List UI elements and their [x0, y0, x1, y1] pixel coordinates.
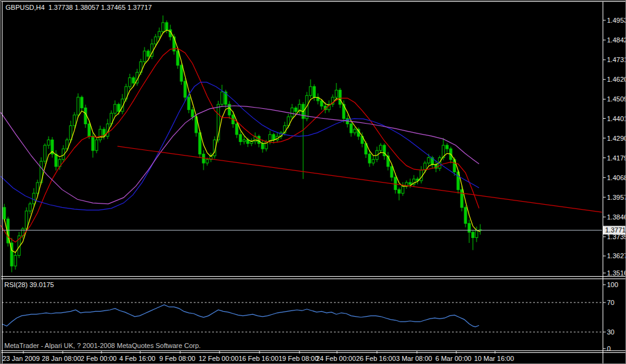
candle-body-up — [427, 157, 430, 163]
candle-body-up — [33, 193, 35, 204]
candle-body-down — [472, 232, 474, 238]
candle-body-down — [55, 154, 57, 167]
candle — [29, 202, 31, 214]
candle-body-down — [165, 23, 168, 30]
candle-body-down — [368, 154, 371, 164]
time-axis-label: 3 Mar 08:00 — [396, 355, 432, 362]
candle — [472, 230, 474, 250]
candle — [372, 156, 374, 166]
rsi-axis-label: 30 — [607, 328, 614, 336]
time-axis-label: 16 Feb 16:00 — [239, 355, 279, 362]
candle-body-up — [162, 23, 164, 32]
indicator-name: RSI(28) — [4, 281, 28, 288]
candle — [468, 220, 470, 243]
candle — [18, 232, 20, 258]
candle-body-up — [243, 140, 245, 142]
candle — [479, 224, 481, 235]
candle-body-down — [272, 135, 275, 140]
candle-body-up — [14, 255, 17, 266]
candle — [387, 152, 389, 170]
candle — [239, 132, 242, 145]
candle-body-down — [261, 143, 264, 149]
candle — [51, 137, 53, 158]
candle-body-down — [258, 136, 260, 144]
candle — [243, 136, 245, 144]
candle-body-down — [3, 207, 6, 219]
chart-title: GBPUSD,H4 1.37738 1.38057 1.37465 1.3771… — [6, 4, 152, 11]
candle-body-down — [236, 124, 238, 135]
time-axis-label: 24 Feb 00:00 — [316, 355, 356, 362]
candle-body-down — [176, 51, 179, 65]
candle — [368, 150, 371, 167]
candle-body-down — [468, 223, 470, 232]
ma-blue — [1, 82, 479, 210]
price-axis-label: 1.39570 — [607, 194, 626, 201]
candle — [291, 104, 293, 119]
candle-body-down — [464, 207, 467, 223]
candle-body-up — [309, 87, 312, 96]
candle-body-up — [143, 51, 146, 61]
candle — [99, 125, 101, 142]
candle-body-up — [77, 97, 79, 115]
candle-body-down — [394, 177, 397, 189]
ma-yellow — [4, 30, 480, 253]
candle-body-up — [44, 145, 46, 161]
time-axis-label: 12 Feb 00:00 — [199, 355, 239, 362]
candle — [272, 133, 275, 143]
candle-body-down — [92, 136, 94, 151]
indicator-value: 39.0175 — [30, 281, 54, 288]
trendline[interactable] — [117, 146, 602, 212]
candle-body-up — [95, 140, 98, 151]
candle — [77, 93, 79, 118]
candle-body-up — [29, 204, 31, 212]
candle-body-up — [402, 186, 404, 194]
candle-body-up — [221, 92, 223, 105]
time-axis-label: 2 Feb 00:00 — [81, 355, 117, 362]
indicator-label: RSI(28) 39.0175 — [4, 281, 54, 288]
chart-canvas[interactable]: 1.495301.484201.473101.462001.450901.440… — [1, 1, 626, 364]
candle-body-down — [409, 183, 411, 184]
candle-body-down — [350, 124, 352, 133]
candle-body-up — [379, 145, 382, 151]
price-axis-label: 1.40680 — [607, 174, 626, 181]
candle — [254, 132, 256, 144]
price-axis-label: 1.38460 — [607, 213, 626, 221]
candle-body-down — [398, 189, 400, 193]
price-axis-label: 1.46200 — [607, 76, 626, 83]
candle — [92, 132, 94, 157]
price-axis-label: 1.44010 — [607, 115, 626, 122]
candle — [221, 85, 223, 107]
candle — [446, 143, 448, 152]
candle — [95, 138, 98, 154]
candle-body-down — [84, 108, 87, 124]
candle-body-up — [47, 140, 50, 146]
candle — [398, 188, 400, 200]
candle — [228, 101, 231, 119]
candle — [47, 136, 50, 149]
price-axis-label: 1.45090 — [607, 95, 626, 103]
price-axis-label: 1.41790 — [607, 154, 626, 162]
candle — [14, 253, 17, 270]
candle — [335, 83, 338, 100]
candle-body-up — [99, 129, 101, 140]
candle-body-down — [390, 167, 393, 177]
rsi-axis-label: 0 — [607, 345, 611, 352]
candle-body-down — [339, 90, 341, 105]
candle — [151, 39, 153, 59]
candle-body-up — [158, 31, 160, 37]
candle-body-down — [88, 124, 90, 136]
candle — [106, 119, 109, 139]
candle — [202, 150, 205, 170]
candle — [354, 127, 356, 136]
candle — [298, 100, 301, 114]
candle — [236, 122, 238, 138]
candle — [180, 63, 183, 85]
ma-red — [1, 49, 479, 242]
candle — [143, 47, 146, 65]
status-bar-text: MetaTrader - Alpari UK, ? 2001-2008 Meta… — [4, 342, 200, 349]
candle-body-down — [81, 97, 83, 108]
candle — [405, 180, 408, 189]
candle-body-down — [180, 65, 183, 81]
candle — [402, 182, 404, 196]
candle-body-down — [188, 97, 190, 109]
